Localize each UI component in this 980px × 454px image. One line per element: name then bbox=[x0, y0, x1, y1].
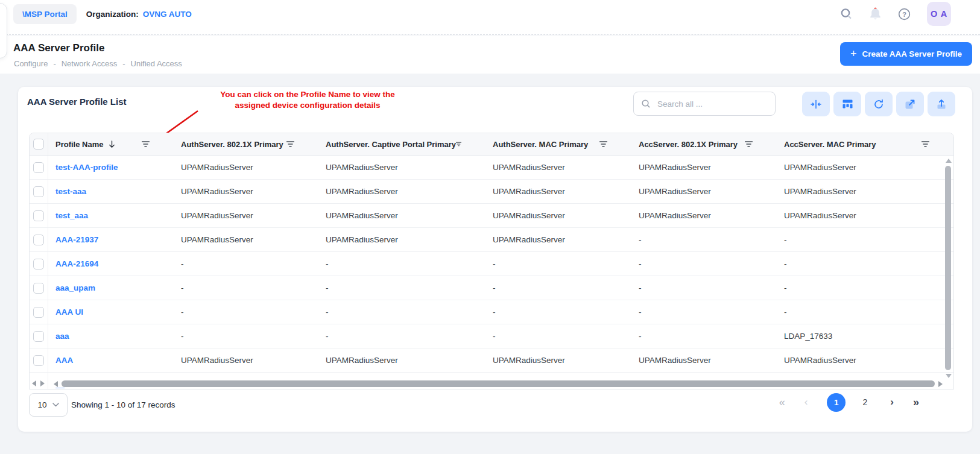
chevron-down-icon bbox=[52, 403, 59, 407]
records-summary: Showing 1 - 10 of 17 records bbox=[71, 400, 175, 409]
upload-button[interactable] bbox=[928, 92, 955, 116]
create-aaa-server-profile-button[interactable]: + Create AAA Server Profile bbox=[840, 42, 972, 66]
cell-value: - bbox=[777, 235, 953, 244]
sort-descending-icon[interactable] bbox=[109, 140, 115, 148]
next-page-button[interactable]: › bbox=[890, 396, 894, 408]
row-checkbox-cell bbox=[30, 228, 48, 251]
profile-name-link[interactable]: AAA-21937 bbox=[55, 235, 98, 244]
horizontal-scrollbar[interactable] bbox=[54, 380, 943, 388]
cell-value: UPAMRadiusServer bbox=[485, 356, 631, 365]
cell-value: - bbox=[631, 235, 777, 244]
row-checkbox-cell bbox=[30, 252, 48, 276]
export-button[interactable] bbox=[896, 92, 924, 116]
column-label: AuthServer. 802.1X Primary bbox=[181, 140, 283, 149]
vertical-scroll-thumb[interactable] bbox=[945, 166, 951, 370]
cell-value: UPAMRadiusServer bbox=[631, 211, 777, 220]
profile-name-link[interactable]: aaa_upam bbox=[55, 283, 95, 292]
row-checkbox[interactable] bbox=[33, 307, 44, 318]
scroll-down-arrow[interactable] bbox=[946, 374, 952, 378]
profile-name-link[interactable]: aaa bbox=[55, 332, 69, 341]
row-checkbox[interactable] bbox=[33, 235, 44, 245]
breadcrumb-item[interactable]: Unified Access bbox=[131, 59, 182, 68]
page-button-1[interactable]: 1 bbox=[827, 393, 846, 412]
table-row: test-AAA-profileUPAMRadiusServerUPAMRadi… bbox=[30, 156, 953, 180]
cell-value: UPAMRadiusServer bbox=[174, 356, 318, 365]
screen: \MSP Portal Organization: OVNG AUTO ? O … bbox=[0, 0, 980, 454]
aaa-server-profile-card: AAA Server Profile List You can click on… bbox=[18, 87, 972, 432]
page-size-select[interactable]: 10 bbox=[29, 393, 68, 417]
filter-icon[interactable] bbox=[599, 141, 607, 147]
cell-value: - bbox=[631, 259, 777, 268]
cell-value: - bbox=[318, 307, 485, 317]
row-checkbox-cell bbox=[30, 180, 48, 203]
column-header[interactable]: Profile Name bbox=[48, 133, 174, 155]
cell-value: - bbox=[777, 259, 953, 268]
column-header[interactable]: AccServer. 802.1X Primary bbox=[631, 133, 777, 155]
search-all-input[interactable] bbox=[656, 99, 768, 109]
collapse-columns-button[interactable] bbox=[802, 92, 830, 116]
row-checkbox[interactable] bbox=[33, 355, 44, 366]
columns-icon bbox=[842, 99, 853, 109]
filter-icon[interactable] bbox=[745, 141, 753, 147]
collapse-columns-icon bbox=[811, 99, 821, 109]
row-checkbox[interactable] bbox=[33, 162, 44, 173]
cell-value: UPAMRadiusServer bbox=[485, 235, 631, 244]
collapsed-sidebar-edge[interactable] bbox=[0, 3, 7, 58]
refresh-button[interactable] bbox=[865, 92, 893, 116]
column-header[interactable]: AuthServer. Captive Portal Primary bbox=[318, 133, 485, 155]
breadcrumb-separator: - bbox=[122, 59, 125, 68]
cell-value: - bbox=[631, 307, 777, 317]
notification-bell-icon[interactable] bbox=[869, 7, 882, 20]
help-icon[interactable]: ? bbox=[898, 8, 911, 20]
horizontal-scroll-thumb[interactable] bbox=[62, 380, 935, 387]
column-header[interactable]: AuthServer. 802.1X Primary bbox=[174, 133, 318, 155]
row-checkbox-cell bbox=[30, 324, 48, 348]
filter-icon[interactable] bbox=[286, 141, 294, 147]
scroll-left-arrow[interactable] bbox=[54, 381, 58, 387]
row-checkbox-cell bbox=[30, 300, 48, 324]
profile-name-link[interactable]: test-aaa bbox=[55, 187, 86, 196]
profile-name-link[interactable]: AAA-21694 bbox=[55, 259, 98, 268]
last-page-button[interactable]: » bbox=[913, 396, 919, 409]
vertical-scrollbar[interactable] bbox=[945, 159, 952, 378]
scroll-right-icon[interactable] bbox=[40, 380, 45, 386]
msp-portal-button[interactable]: \MSP Portal bbox=[13, 4, 77, 24]
frozen-column-scroll-buttons[interactable] bbox=[32, 380, 45, 386]
first-page-button[interactable]: « bbox=[779, 396, 785, 409]
user-avatar[interactable]: O A bbox=[927, 2, 951, 26]
column-settings-button[interactable] bbox=[833, 92, 861, 116]
breadcrumb-item[interactable]: Network Access bbox=[62, 59, 117, 68]
svg-text:?: ? bbox=[902, 10, 906, 17]
profile-name-link[interactable]: AAA bbox=[55, 356, 73, 365]
row-checkbox[interactable] bbox=[33, 186, 44, 197]
profile-name-link[interactable]: AAA UI bbox=[55, 307, 83, 317]
scroll-up-arrow[interactable] bbox=[946, 159, 952, 163]
row-checkbox[interactable] bbox=[33, 210, 44, 221]
table-row: aaa----LDAP_17633 bbox=[30, 324, 953, 348]
page-button-2[interactable]: 2 bbox=[859, 397, 871, 407]
select-all-checkbox[interactable] bbox=[33, 139, 44, 150]
row-checkbox[interactable] bbox=[33, 259, 44, 270]
filter-icon[interactable] bbox=[922, 141, 929, 147]
profile-name-link[interactable]: test_aaa bbox=[55, 211, 88, 220]
organization-value[interactable]: OVNG AUTO bbox=[143, 10, 192, 19]
breadcrumb-item[interactable]: Configure bbox=[14, 59, 48, 68]
column-label: AccServer. MAC Primary bbox=[784, 140, 876, 149]
scroll-left-icon[interactable] bbox=[32, 380, 36, 386]
row-checkbox[interactable] bbox=[33, 331, 44, 342]
filter-icon[interactable] bbox=[142, 141, 150, 147]
column-header[interactable]: AuthServer. MAC Primary bbox=[485, 133, 631, 155]
table-row: AAA-21937UPAMRadiusServerUPAMRadiusServe… bbox=[30, 228, 953, 252]
search-icon[interactable] bbox=[839, 7, 853, 20]
table-row: test-aaaUPAMRadiusServerUPAMRadiusServer… bbox=[30, 180, 953, 204]
profile-name-link[interactable]: test-AAA-profile bbox=[55, 163, 118, 172]
pagination-pages: 12 bbox=[827, 393, 871, 412]
create-button-label: Create AAA Server Profile bbox=[862, 49, 962, 58]
column-label: AuthServer. Captive Portal Primary bbox=[326, 140, 456, 149]
scroll-right-arrow[interactable] bbox=[938, 381, 943, 387]
previous-page-button[interactable]: ‹ bbox=[805, 396, 808, 408]
row-checkbox[interactable] bbox=[33, 283, 44, 294]
filter-icon[interactable] bbox=[456, 141, 461, 147]
cell-value: - bbox=[174, 307, 318, 317]
column-header[interactable]: AccServer. MAC Primary bbox=[777, 133, 953, 155]
